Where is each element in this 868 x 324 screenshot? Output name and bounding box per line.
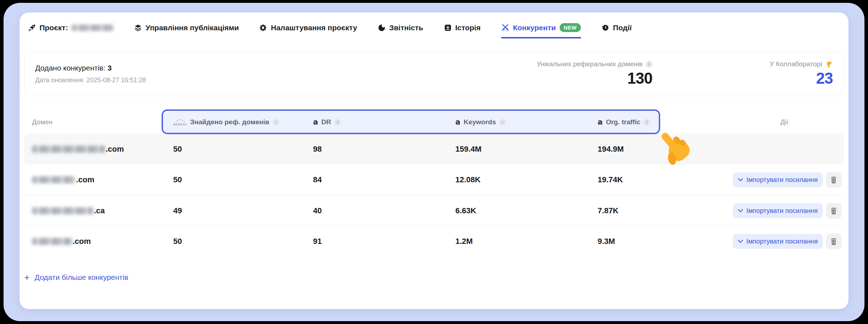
tab-label: Налаштування проєкту — [271, 23, 357, 32]
keywords-value: 159.4M — [455, 145, 598, 154]
tab-label: Історія — [455, 23, 481, 32]
actions-cell: Імпортувати посилання — [733, 203, 842, 219]
info-icon[interactable]: i — [646, 61, 652, 68]
keywords-value: 1.2M — [455, 237, 598, 246]
tab-publications[interactable]: Управління публікаціями — [134, 23, 239, 38]
clock-icon — [602, 24, 609, 32]
table-row: .com 50 84 12.08K 19.74K Імпортувати пос… — [24, 164, 844, 195]
delete-competitor-button[interactable] — [826, 172, 842, 188]
collaborator-value: 23 — [770, 69, 833, 87]
column-header-org-traffic: a Org. traffic i — [598, 118, 733, 126]
column-header-domain: Домен — [32, 118, 173, 126]
archive-download-icon — [444, 24, 452, 32]
pie-chart-icon — [378, 24, 386, 32]
import-links-button[interactable]: Імпортувати посилання — [733, 203, 823, 218]
tab-project[interactable]: Проєкт: — [28, 23, 113, 38]
tab-events[interactable]: Події — [602, 23, 632, 38]
domain-suffix: .com — [106, 145, 124, 154]
table-row: .com 50 98 159.4M 194.9M — [24, 134, 844, 164]
main-panel: Проєкт: Управління публікаціями Налаштув… — [20, 12, 848, 309]
redacted-domain — [32, 207, 93, 214]
org-traffic-value: 194.9M — [598, 145, 733, 154]
keywords-value: 12.08K — [455, 175, 598, 184]
layers-icon — [134, 24, 142, 32]
collaborator-label: У Коллабораторі — [770, 60, 822, 68]
tab-competitors[interactable]: Конкуренти NEW — [501, 23, 581, 38]
column-header-keywords: a Keywords i — [455, 118, 598, 126]
ahrefs-logo-icon: a — [598, 118, 603, 126]
window-frame: Проєкт: Управління публікаціями Налаштув… — [4, 3, 864, 321]
chevron-down-icon — [738, 240, 743, 243]
rocket-icon — [28, 24, 36, 32]
tab-label: Конкуренти — [513, 23, 556, 32]
plus-icon: + — [24, 273, 30, 282]
info-icon[interactable]: i — [272, 119, 279, 126]
unique-ref-domains-label: Унікальних реферальних доменів — [537, 60, 643, 68]
org-traffic-value: 19.74K — [598, 175, 733, 184]
trash-icon — [830, 176, 837, 183]
crossed-swords-icon — [501, 23, 509, 32]
domain-cell: .com — [32, 237, 173, 246]
majestic-logo-icon: MAJESTIC — [173, 119, 187, 126]
domain-suffix: .ca — [94, 206, 105, 215]
tab-history[interactable]: Історія — [444, 23, 481, 38]
table-header-row: Домен MAJESTIC Знайдено реф. доменів i a… — [24, 110, 844, 134]
delete-competitor-button[interactable] — [826, 203, 842, 219]
org-traffic-value: 9.3M — [598, 237, 733, 246]
trash-icon — [830, 238, 837, 245]
domain-suffix: .com — [76, 175, 94, 184]
collaborator-stat: У Коллабораторі 23 — [770, 60, 833, 87]
new-badge: NEW — [560, 23, 581, 32]
redacted-domain — [32, 146, 105, 153]
chevron-down-icon — [738, 209, 743, 213]
dr-value: 84 — [313, 175, 455, 184]
column-header-actions: Дії — [733, 118, 836, 126]
info-icon[interactable]: i — [644, 119, 650, 126]
info-icon[interactable]: i — [499, 119, 506, 126]
chevron-down-icon — [738, 178, 743, 182]
redacted-project-domain — [72, 25, 113, 31]
ahrefs-logo-icon: a — [313, 118, 318, 126]
domain-cell: .com — [32, 175, 173, 184]
pointing-down-hand-icon — [825, 60, 833, 68]
import-links-button[interactable]: Імпортувати посилання — [733, 234, 823, 249]
top-tab-bar: Проєкт: Управління публікаціями Налаштув… — [20, 12, 848, 38]
keywords-value: 6.63K — [455, 206, 598, 215]
ref-domains-value: 50 — [173, 175, 313, 184]
domain-cell: .ca — [32, 206, 173, 215]
table-body: .com 50 98 159.4M 194.9M .com 50 84 12.0… — [24, 134, 844, 256]
stats-left: Додано конкурентів: 3 Дата оновлення: 20… — [35, 64, 537, 84]
ref-domains-value: 50 — [173, 237, 313, 246]
ref-domains-value: 49 — [173, 206, 313, 215]
add-more-competitors-button[interactable]: + Додати більше конкурентів — [24, 273, 128, 282]
ahrefs-logo-icon: a — [455, 118, 460, 126]
tab-project-settings[interactable]: Налаштування проєкту — [259, 23, 357, 38]
table-row: .com 50 91 1.2M 9.3M Імпортувати посилан… — [24, 226, 844, 256]
column-header-dr: a DR i — [313, 118, 455, 126]
dr-value: 40 — [313, 206, 455, 215]
redacted-domain — [32, 176, 75, 183]
tab-label: Проєкт: — [39, 23, 68, 32]
redacted-domain — [32, 238, 72, 245]
table-row: .ca 49 40 6.63K 7.87K Імпортувати посила… — [24, 195, 844, 226]
delete-competitor-button[interactable] — [826, 234, 842, 249]
info-icon[interactable]: i — [334, 119, 341, 126]
domain-suffix: .com — [73, 237, 91, 246]
ref-domains-value: 50 — [173, 145, 313, 154]
actions-cell: Імпортувати посилання — [733, 172, 842, 188]
actions-cell: Імпортувати посилання — [733, 234, 842, 249]
trash-icon — [830, 207, 837, 214]
tab-reports[interactable]: Звітність — [378, 23, 423, 38]
tab-label: Події — [613, 23, 632, 32]
import-links-button[interactable]: Імпортувати посилання — [733, 172, 823, 187]
tab-label: Звітність — [389, 23, 423, 32]
dr-value: 98 — [313, 145, 455, 154]
added-competitors-label: Додано конкурентів: — [35, 64, 105, 72]
update-date: Дата оновлення: 2025-08-27 16:51:28 — [35, 77, 537, 84]
stats-summary-box: Додано конкурентів: 3 Дата оновлення: 20… — [24, 51, 844, 96]
competitors-table: Домен MAJESTIC Знайдено реф. доменів i a… — [24, 110, 844, 256]
unique-ref-domains-value: 130 — [537, 69, 652, 87]
gear-icon — [259, 24, 267, 32]
added-competitors-value: 3 — [107, 64, 112, 72]
tab-label: Управління публікаціями — [145, 23, 239, 32]
